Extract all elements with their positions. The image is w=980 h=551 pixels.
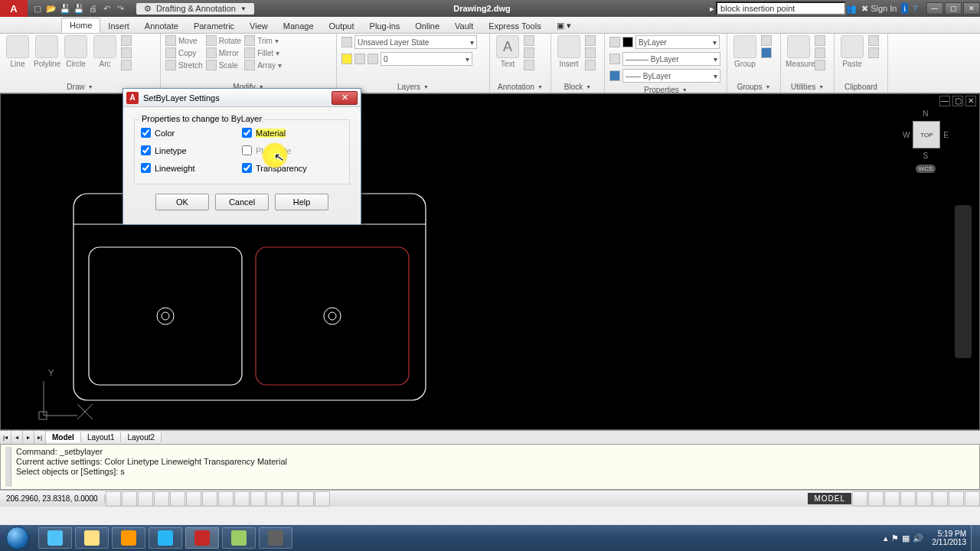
hardware-accel-icon[interactable]: [933, 491, 948, 507]
trim-button[interactable]: Trim ▾: [244, 35, 282, 46]
insert-button[interactable]: Insert: [556, 35, 582, 68]
dyn-toggle[interactable]: [250, 491, 266, 507]
layer-combo[interactable]: 0▾: [381, 52, 472, 66]
tab-output[interactable]: Output: [322, 19, 362, 33]
tab-vault[interactable]: Vault: [447, 19, 481, 33]
tab-next-icon[interactable]: ▸: [23, 431, 34, 444]
coordinates-readout[interactable]: 206.2960, 23.8318, 0.0000: [0, 494, 105, 503]
layout-tab-2[interactable]: Layout2: [121, 432, 162, 442]
rotate-button[interactable]: Rotate: [206, 35, 241, 46]
otrack-toggle[interactable]: [218, 491, 234, 507]
tab-view[interactable]: View: [242, 19, 276, 33]
text-button[interactable]: AText: [495, 35, 521, 68]
tray-flag-icon[interactable]: ⚑: [891, 533, 899, 543]
tab-express[interactable]: Express Tools: [481, 19, 548, 33]
copy-button[interactable]: Copy: [165, 47, 203, 58]
tab-prev-icon[interactable]: ◂: [11, 431, 23, 444]
close-button[interactable]: ✕: [963, 2, 980, 15]
qp-toggle[interactable]: [299, 491, 314, 507]
taskbar-app2[interactable]: [259, 527, 292, 549]
grid-toggle[interactable]: [138, 491, 153, 507]
ok-button[interactable]: OK: [155, 194, 209, 210]
tab-last-icon[interactable]: ▸|: [34, 431, 46, 444]
workspace-switcher[interactable]: ⚙Drafting & Annotation▼: [136, 3, 254, 15]
arc-button[interactable]: Arc: [92, 35, 118, 68]
color-checkbox[interactable]: Color: [141, 128, 242, 138]
start-button[interactable]: [0, 525, 35, 551]
new-icon[interactable]: ▢: [32, 3, 43, 14]
tray-clock[interactable]: 5:19 PM2/11/2013: [933, 530, 967, 546]
taskbar-explorer[interactable]: [75, 527, 109, 549]
plotstyle-checkbox[interactable]: Plot Style: [242, 145, 343, 155]
quickview-layouts-icon[interactable]: [852, 491, 867, 507]
saveas-icon[interactable]: 💾: [74, 3, 84, 14]
tab-featured[interactable]: ▣ ▾: [549, 18, 579, 33]
lineweight-checkbox[interactable]: Lineweight: [141, 163, 242, 173]
workspace-gear-icon[interactable]: [900, 491, 916, 507]
scale-button[interactable]: Scale: [206, 60, 241, 70]
isolate-objects-icon[interactable]: [949, 491, 964, 507]
layer-properties-icon[interactable]: [341, 37, 352, 47]
view-cube[interactable]: N WTOPE S WCS: [903, 109, 949, 173]
tab-annotate[interactable]: Annotate: [137, 19, 186, 33]
help-search-input[interactable]: [716, 2, 846, 15]
quickview-drawings-icon[interactable]: [868, 491, 884, 507]
fillet-button[interactable]: Fillet ▾: [244, 47, 282, 58]
maximize-button[interactable]: ▢: [945, 2, 962, 15]
help-button[interactable]: Help: [275, 194, 328, 210]
system-tray[interactable]: ▴⚑▦🔊 5:19 PM2/11/2013: [882, 530, 972, 546]
taskbar-skype[interactable]: [149, 527, 182, 549]
tab-plugins[interactable]: Plug-ins: [362, 19, 408, 33]
exchange-icon[interactable]: i: [901, 3, 907, 14]
help-icon[interactable]: ?: [913, 4, 917, 13]
polar-toggle[interactable]: [170, 491, 185, 507]
viewport-close-icon[interactable]: ✕: [965, 96, 976, 106]
model-space-button[interactable]: MODEL: [808, 493, 851, 504]
tab-insert[interactable]: Insert: [100, 19, 137, 33]
infer-constraints-toggle[interactable]: [106, 491, 121, 507]
layout-tab-1[interactable]: Layout1: [81, 432, 122, 442]
match-properties-icon[interactable]: [609, 37, 620, 47]
viewport-restore-icon[interactable]: ▢: [952, 96, 963, 106]
polyline-button[interactable]: Polyline: [34, 35, 60, 68]
minimize-button[interactable]: —: [926, 2, 943, 15]
save-icon[interactable]: 💾: [60, 3, 70, 14]
transparency-checkbox[interactable]: Transparency: [242, 163, 343, 173]
undo-icon[interactable]: ↶: [101, 3, 112, 14]
layer-lock-icon[interactable]: [368, 54, 378, 64]
snap-toggle[interactable]: [122, 491, 137, 507]
list-icon[interactable]: [609, 54, 620, 64]
stretch-button[interactable]: Stretch: [165, 60, 203, 70]
layout-tab-model[interactable]: Model: [46, 432, 81, 442]
move-button[interactable]: Move: [165, 35, 203, 46]
sc-toggle[interactable]: [315, 491, 330, 507]
3dosnap-toggle[interactable]: [202, 491, 217, 507]
navigation-bar[interactable]: [955, 205, 972, 358]
material-checkbox[interactable]: Material: [242, 128, 343, 138]
redo-icon[interactable]: ↷: [115, 3, 126, 14]
color-combo[interactable]: ByLayer▾: [635, 35, 720, 49]
lineweight-combo[interactable]: ——— ByLayer▾: [622, 52, 720, 66]
tray-network-icon[interactable]: ▦: [902, 533, 910, 543]
taskbar-app1[interactable]: [222, 527, 256, 549]
lwt-toggle[interactable]: [266, 491, 282, 507]
cancel-button[interactable]: Cancel: [215, 194, 269, 210]
ducs-toggle[interactable]: [234, 491, 250, 507]
layer-state-combo[interactable]: Unsaved Layer State▾: [354, 35, 477, 49]
annotation-scale-icon[interactable]: [884, 491, 900, 507]
tpy-toggle[interactable]: [283, 491, 298, 507]
layer-freeze-icon[interactable]: [354, 54, 365, 64]
mirror-button[interactable]: Mirror: [206, 47, 241, 58]
viewport-minimize-icon[interactable]: —: [939, 96, 950, 106]
open-icon[interactable]: 📂: [46, 3, 57, 14]
dialog-close-button[interactable]: ✕: [332, 91, 358, 105]
tab-parametric[interactable]: Parametric: [186, 19, 242, 33]
tray-up-icon[interactable]: ▴: [884, 533, 888, 543]
tray-volume-icon[interactable]: 🔊: [913, 533, 923, 543]
ortho-toggle[interactable]: [154, 491, 169, 507]
tab-manage[interactable]: Manage: [276, 19, 322, 33]
array-button[interactable]: Array ▾: [244, 60, 282, 70]
tab-online[interactable]: Online: [407, 19, 447, 33]
tab-first-icon[interactable]: |◂: [0, 431, 11, 444]
clean-screen-icon[interactable]: [965, 491, 980, 507]
